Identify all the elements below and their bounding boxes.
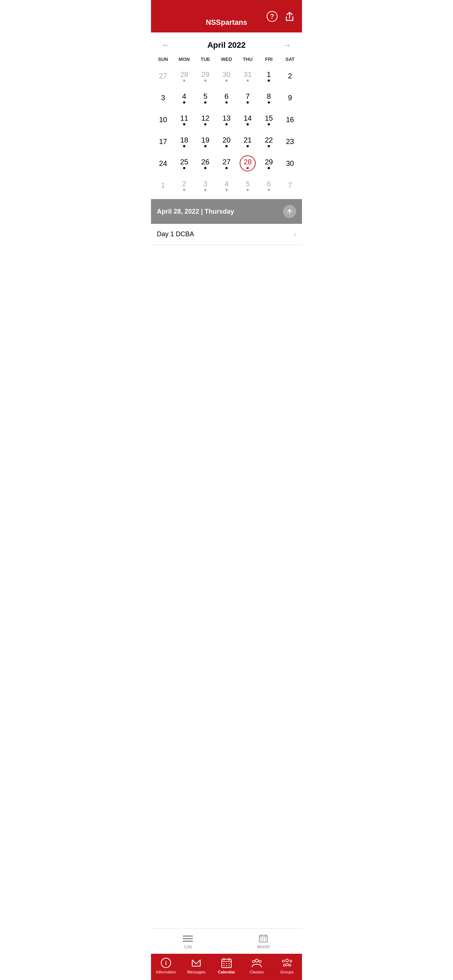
calendar-day-24[interactable]: 24 bbox=[152, 153, 174, 174]
event-dot bbox=[268, 80, 270, 82]
calendar-day-15[interactable]: 15 bbox=[258, 109, 279, 130]
calendar-day-21[interactable]: 21 bbox=[237, 130, 258, 153]
calendar-day-3[interactable]: 3 bbox=[195, 174, 216, 196]
calendar-day-25[interactable]: 25 bbox=[174, 153, 195, 174]
event-dot bbox=[183, 101, 185, 103]
weekday-sun: SUN bbox=[152, 57, 174, 62]
day-number: 27 bbox=[222, 158, 231, 166]
calendar-day-3[interactable]: 3 bbox=[152, 87, 174, 109]
calendar-day-23[interactable]: 23 bbox=[279, 130, 301, 153]
calendar-day-19[interactable]: 19 bbox=[195, 130, 216, 153]
day-number: 28 bbox=[244, 158, 252, 166]
event-dot bbox=[183, 80, 185, 82]
calendar-day-13[interactable]: 13 bbox=[216, 109, 237, 130]
calendar-day-6[interactable]: 6 bbox=[258, 174, 279, 196]
event-dot bbox=[204, 189, 206, 191]
calendar-day-31[interactable]: 31 bbox=[237, 65, 258, 87]
calendar-day-2[interactable]: 2 bbox=[279, 65, 301, 87]
prev-month-button[interactable]: ← bbox=[158, 39, 174, 51]
event-dot bbox=[204, 145, 206, 147]
calendar-day-27[interactable]: 27 bbox=[152, 65, 174, 87]
event-dot bbox=[183, 167, 185, 169]
day-number: 5 bbox=[246, 180, 249, 188]
calendar-day-16[interactable]: 16 bbox=[279, 109, 301, 130]
calendar-day-27[interactable]: 27 bbox=[216, 153, 237, 174]
next-month-button[interactable]: → bbox=[279, 39, 295, 51]
calendar-day-20[interactable]: 20 bbox=[216, 130, 237, 153]
calendar-month-title: April 2022 bbox=[207, 40, 246, 50]
calendar-day-14[interactable]: 14 bbox=[237, 109, 258, 130]
day-number: 4 bbox=[224, 180, 228, 188]
event-dot bbox=[247, 167, 249, 169]
calendar-day-11[interactable]: 11 bbox=[174, 109, 195, 130]
calendar-day-7[interactable]: 7 bbox=[279, 174, 301, 196]
calendar-day-1[interactable]: 1 bbox=[258, 65, 279, 87]
calendar-day-17[interactable]: 17 bbox=[152, 130, 174, 153]
day-number: 27 bbox=[159, 72, 167, 80]
weekday-wed: WED bbox=[216, 57, 237, 62]
calendar-day-28[interactable]: 28 bbox=[174, 65, 195, 87]
event-dot bbox=[268, 167, 270, 169]
day-number: 16 bbox=[286, 115, 294, 124]
day-number: 18 bbox=[180, 135, 188, 145]
calendar-day-28[interactable]: 28 bbox=[237, 153, 258, 174]
day-number: 30 bbox=[286, 159, 294, 168]
day-number: 2 bbox=[182, 180, 186, 188]
selected-date-bar: April 28, 2022 | Thursday bbox=[151, 199, 302, 224]
event-dot bbox=[225, 101, 228, 103]
day-number: 6 bbox=[224, 92, 228, 100]
day-number: 13 bbox=[222, 114, 231, 123]
calendar-day-8[interactable]: 8 bbox=[258, 87, 279, 109]
calendar-day-9[interactable]: 9 bbox=[279, 87, 301, 109]
calendar-day-2[interactable]: 2 bbox=[174, 174, 195, 196]
weekday-mon: MON bbox=[174, 57, 195, 62]
calendar-day-5[interactable]: 5 bbox=[237, 174, 258, 196]
day-number: 26 bbox=[201, 158, 209, 166]
day-number: 21 bbox=[244, 135, 252, 145]
calendar-day-30[interactable]: 30 bbox=[216, 65, 237, 87]
help-button[interactable]: ? bbox=[266, 10, 279, 23]
event-dot bbox=[268, 189, 270, 191]
day-number: 6 bbox=[266, 180, 271, 188]
event-item-day1dcba[interactable]: Day 1 DCBA › bbox=[151, 224, 302, 245]
day-number: 28 bbox=[180, 70, 188, 79]
share-button[interactable] bbox=[283, 10, 296, 23]
calendar-day-22[interactable]: 22 bbox=[258, 130, 279, 153]
calendar-day-10[interactable]: 10 bbox=[152, 109, 174, 130]
calendar-weekdays: SUN MON TUE WED THU FRI SAT bbox=[152, 55, 301, 65]
calendar-day-29[interactable]: 29 bbox=[195, 65, 216, 87]
day-number: 20 bbox=[222, 135, 231, 145]
day-number: 3 bbox=[203, 180, 207, 188]
event-dot bbox=[268, 123, 270, 126]
scroll-up-button[interactable] bbox=[283, 205, 296, 218]
event-dot bbox=[225, 145, 228, 147]
selected-day-circle: 28 bbox=[239, 155, 256, 171]
content-spacer bbox=[151, 245, 302, 303]
event-dot bbox=[247, 123, 249, 126]
day-number: 1 bbox=[266, 70, 271, 79]
event-dot bbox=[247, 189, 249, 191]
selected-date-text: April 28, 2022 | Thursday bbox=[157, 208, 234, 215]
day-number: 12 bbox=[201, 114, 209, 123]
header: NSSpartans ? bbox=[151, 0, 302, 32]
day-number: 9 bbox=[288, 93, 292, 102]
event-label: Day 1 DCBA bbox=[157, 231, 194, 238]
calendar-day-5[interactable]: 5 bbox=[195, 87, 216, 109]
calendar-day-18[interactable]: 18 bbox=[174, 130, 195, 153]
calendar-day-1[interactable]: 1 bbox=[152, 174, 174, 196]
calendar-days: 2728293031123456789101112131415161718192… bbox=[152, 65, 301, 196]
day-number: 17 bbox=[159, 137, 167, 146]
day-number: 11 bbox=[180, 114, 188, 123]
calendar-day-4[interactable]: 4 bbox=[174, 87, 195, 109]
event-dot bbox=[204, 167, 206, 169]
event-dot bbox=[183, 123, 185, 126]
event-dot bbox=[268, 101, 270, 103]
calendar-day-30[interactable]: 30 bbox=[279, 153, 301, 174]
calendar-day-7[interactable]: 7 bbox=[237, 87, 258, 109]
calendar-day-26[interactable]: 26 bbox=[195, 153, 216, 174]
calendar-day-6[interactable]: 6 bbox=[216, 87, 237, 109]
calendar-day-12[interactable]: 12 bbox=[195, 109, 216, 130]
calendar-day-29[interactable]: 29 bbox=[258, 153, 279, 174]
svg-text:?: ? bbox=[270, 13, 274, 20]
calendar-day-4[interactable]: 4 bbox=[216, 174, 237, 196]
